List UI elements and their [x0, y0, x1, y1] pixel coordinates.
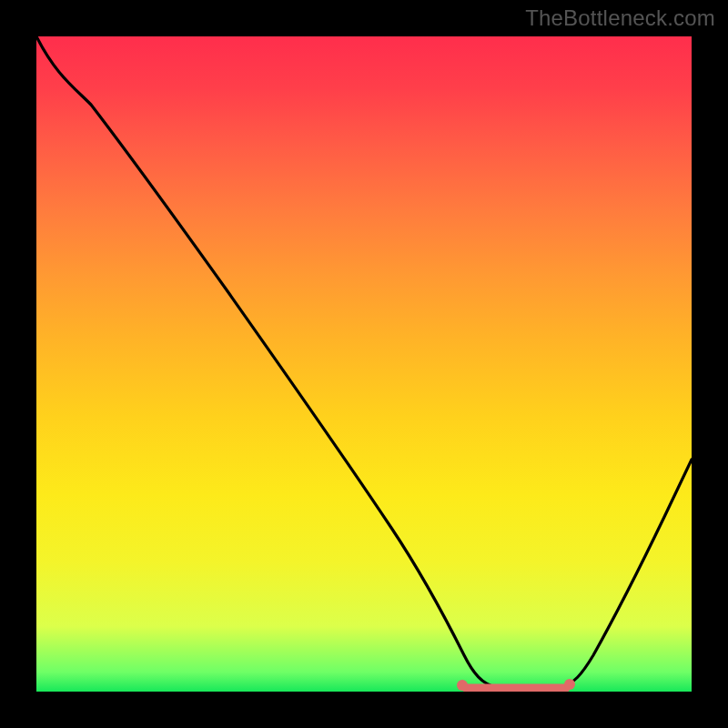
chart-frame: TheBottleneck.com — [0, 0, 728, 728]
watermark-text: TheBottleneck.com — [525, 5, 715, 31]
highlight-cap-left — [457, 680, 468, 691]
highlight-cap-right — [564, 679, 575, 690]
curve-path — [36, 36, 692, 687]
plot-area — [36, 36, 692, 692]
highlight-minimum — [457, 679, 575, 691]
bottleneck-curve — [36, 36, 692, 692]
